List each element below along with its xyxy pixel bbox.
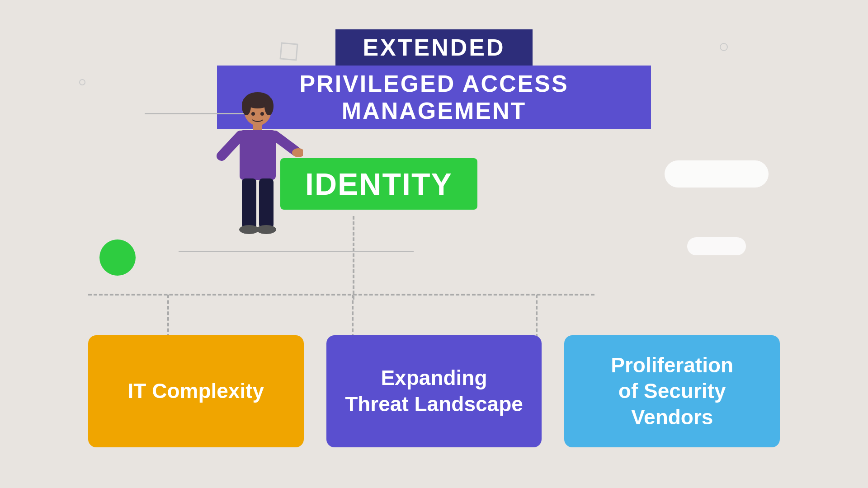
svg-point-3 [264, 97, 274, 115]
card-security-vendors: Proliferationof Security Vendors [564, 335, 780, 448]
svg-rect-10 [259, 178, 274, 228]
dashed-horizontal-line [88, 294, 594, 296]
deco-white-pill-large [665, 160, 769, 188]
svg-point-12 [256, 225, 276, 234]
identity-box: IDENTITY [280, 158, 477, 210]
card-expanding-threat: ExpandingThreat Landscape [326, 335, 542, 448]
card-security-vendors-label: Proliferationof Security Vendors [578, 352, 766, 431]
svg-point-11 [239, 225, 259, 234]
title-extended: EXTENDED [335, 29, 532, 66]
deco-circle-top [720, 43, 728, 51]
deco-green-circle [99, 239, 136, 276]
svg-rect-9 [242, 178, 256, 228]
svg-line-6 [222, 136, 241, 156]
dashed-vertical-line [353, 216, 354, 300]
svg-point-14 [260, 112, 264, 116]
svg-point-2 [242, 97, 251, 115]
dashed-horizontal-container [88, 294, 594, 295]
deco-circle-left [79, 79, 85, 85]
svg-line-7 [275, 136, 296, 151]
cards-container: IT Complexity ExpandingThreat Landscape … [88, 335, 780, 448]
deco-white-pill-small [687, 237, 746, 255]
floor-line [179, 251, 414, 252]
svg-point-13 [251, 112, 255, 116]
card-it-complexity-label: IT Complexity [128, 378, 264, 404]
card-it-complexity: IT Complexity [88, 335, 304, 448]
card-expanding-threat-label: ExpandingThreat Landscape [345, 365, 523, 417]
